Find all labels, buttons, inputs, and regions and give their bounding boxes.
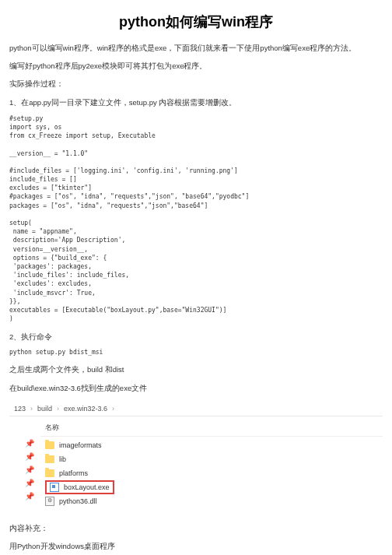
- pin-icon[interactable]: 📌: [9, 490, 40, 503]
- folder-icon: [45, 469, 54, 477]
- step-1: 1、在app.py同一目录下建立文件，setup.py 内容根据需要增删改。: [9, 97, 383, 108]
- file-listing: 名称 imageformats lib platforms boxLayout.…: [40, 416, 383, 511]
- chevron-right-icon: ›: [30, 405, 33, 413]
- folder-row[interactable]: imageformats: [40, 438, 383, 452]
- step-3a: 之后生成两个文件夹，build 和dist: [9, 364, 383, 375]
- breadcrumb[interactable]: 123 › build › exe.win32-3.6 ›: [9, 402, 383, 416]
- pin-icon[interactable]: 📌: [9, 437, 40, 450]
- folder-row[interactable]: lib: [40, 452, 383, 466]
- file-name: python36.dll: [59, 497, 97, 505]
- breadcrumb-part-3[interactable]: exe.win32-3.6: [64, 405, 107, 413]
- folder-row[interactable]: platforms: [40, 466, 383, 480]
- file-name: platforms: [59, 469, 88, 477]
- chevron-right-icon: ›: [57, 405, 59, 413]
- exe-icon: [50, 483, 59, 492]
- dll-row[interactable]: python36.dll: [40, 494, 383, 508]
- supplement-1: 用Python开发windows桌面程序: [9, 540, 383, 552]
- breadcrumb-part-2[interactable]: build: [37, 405, 52, 413]
- quick-access-pins: 📌 📌 📌 📌 📌: [9, 416, 40, 511]
- file-name: lib: [59, 455, 66, 463]
- step-2: 2、执行命令: [9, 331, 383, 342]
- dll-icon: [45, 497, 54, 506]
- exe-row-highlighted[interactable]: boxLayout.exe: [40, 480, 383, 494]
- folder-icon: [45, 455, 54, 463]
- setup-py-code: #setup.py import sys, os from cx_Freeze …: [9, 114, 383, 324]
- intro-paragraph-3: 实际操作过程：: [9, 78, 383, 90]
- breadcrumb-part-1[interactable]: 123: [14, 405, 26, 413]
- intro-paragraph-2: 编写好python程序后py2exe模块即可将其打包为exe程序。: [9, 60, 383, 72]
- intro-paragraph-1: python可以编写win程序。win程序的格式是exe，下面我们就来看一下使用…: [9, 42, 383, 54]
- pin-icon[interactable]: 📌: [9, 463, 40, 476]
- command-line: python setup.py bdist_msi: [9, 349, 383, 356]
- page-title: python如何编写win程序: [9, 12, 383, 31]
- supplement-heading: 内容补充：: [9, 522, 383, 534]
- folder-icon: [45, 441, 54, 449]
- pin-icon[interactable]: 📌: [9, 450, 40, 463]
- chevron-right-icon: ›: [112, 405, 114, 413]
- step-3b: 在build\exe.win32-3.6找到生成的exe文件: [9, 382, 383, 394]
- file-name: imageformats: [59, 441, 102, 449]
- pin-icon[interactable]: 📌: [9, 476, 40, 490]
- column-header-name[interactable]: 名称: [40, 420, 383, 437]
- file-explorer: 123 › build › exe.win32-3.6 › 📌 📌 📌 📌 📌 …: [9, 402, 383, 511]
- file-name: boxLayout.exe: [64, 483, 110, 491]
